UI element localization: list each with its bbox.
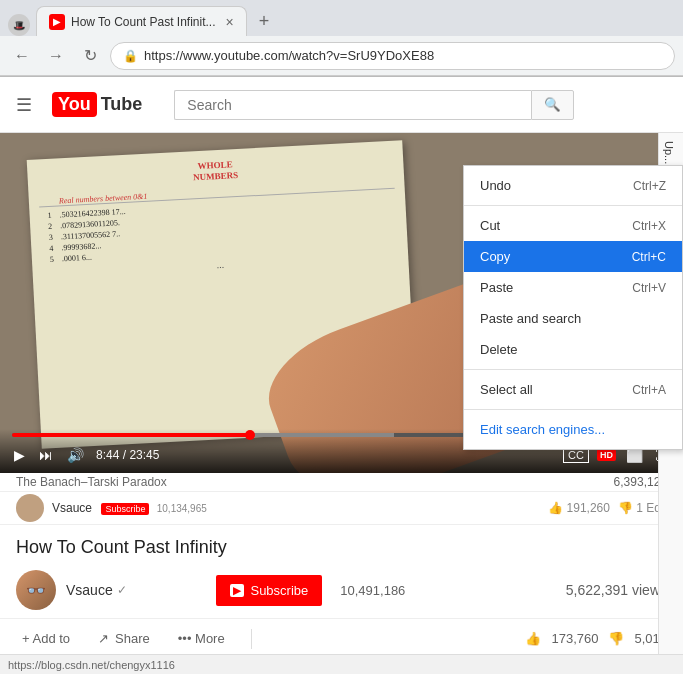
menu-item-copy-shortcut: Ctrl+C: [632, 250, 666, 264]
menu-item-cut-label: Cut: [480, 218, 500, 233]
paper-title-2: NUMBERS: [193, 170, 238, 182]
hamburger-menu-icon[interactable]: ☰: [16, 94, 32, 116]
menu-item-delete-label: Delete: [480, 342, 518, 357]
row1-left: 1: [40, 210, 60, 220]
menu-item-paste-label: Paste: [480, 280, 513, 295]
subscriber-count: 10,491,186: [340, 583, 405, 598]
menu-item-copy-label: Copy: [480, 249, 510, 264]
menu-item-paste-shortcut: Ctrl+V: [632, 281, 666, 295]
verified-icon: ✓: [117, 583, 127, 597]
row2-left: 2: [40, 221, 60, 231]
in-player-sub-count: 10,134,965: [157, 503, 207, 514]
row4-left: 4: [41, 243, 61, 253]
tab-favicon: ▶: [49, 14, 65, 30]
menu-item-delete[interactable]: Delete: [464, 334, 682, 365]
in-player-like-area: 👍 191,260 👎 1 Edit: [548, 501, 667, 515]
menu-item-paste[interactable]: Paste Ctrl+V: [464, 272, 682, 303]
tab-bar: 🎩 ▶ How To Count Past Infinit... × +: [0, 0, 683, 36]
menu-item-cut[interactable]: Cut Ctrl+X: [464, 210, 682, 241]
share-button[interactable]: ↗ Share: [92, 627, 156, 650]
video-title-area: How To Count Past Infinity: [0, 525, 683, 562]
video-title: How To Count Past Infinity: [16, 537, 667, 558]
in-player-title: The Banach–Tarski Paradox: [16, 475, 167, 489]
next-button[interactable]: ⏭: [37, 445, 55, 465]
subscribe-label: Subscribe: [250, 583, 308, 598]
hd-badge: HD: [597, 449, 616, 461]
add-to-button[interactable]: + Add to: [16, 627, 76, 650]
row3-left: 3: [41, 232, 61, 242]
channel-info: Vsauce ✓: [66, 582, 206, 598]
sub-yt-icon: ▶: [230, 584, 244, 597]
menu-item-undo[interactable]: Undo Ctrl+Z: [464, 170, 682, 201]
address-bar[interactable]: 🔒 https://www.youtube.com/watch?v=SrU9YD…: [110, 42, 675, 70]
menu-edit-search-engines-link[interactable]: Edit search engines...: [464, 414, 682, 445]
search-input[interactable]: [174, 90, 531, 120]
back-button[interactable]: ←: [8, 42, 36, 70]
nav-bar: ← → ↻ 🔒 https://www.youtube.com/watch?v=…: [0, 36, 683, 76]
action-row: + Add to ↗ Share ••• More 👍 173,760 👎 5,…: [0, 618, 683, 658]
channel-avatar: 👓: [16, 570, 56, 610]
like-count-small: 👍 191,260: [548, 501, 610, 515]
tab-close-button[interactable]: ×: [226, 14, 234, 30]
in-player-channel: Vsauce Subscribe 10,134,965: [52, 501, 540, 515]
in-player-channel-row: Vsauce Subscribe 10,134,965 👍 191,260 👎 …: [0, 492, 683, 525]
forward-button[interactable]: →: [42, 42, 70, 70]
dislike-button[interactable]: 👎: [602, 627, 630, 650]
video-meta-bar: The Banach–Tarski Paradox 6,393,126: [0, 473, 683, 492]
subscribe-button[interactable]: ▶ Subscribe: [216, 575, 322, 606]
row5-right: .0001 6...: [62, 252, 92, 263]
in-player-avatar: [16, 494, 44, 522]
menu-item-paste-search-label: Paste and search: [480, 311, 581, 326]
channel-name-row: Vsauce ✓: [66, 582, 206, 598]
context-menu: Undo Ctrl+Z Cut Ctrl+X Copy Ctrl+C Paste…: [463, 165, 683, 450]
total-time: 23:45: [129, 448, 159, 462]
play-pause-button[interactable]: ▶: [12, 445, 27, 465]
in-player-subscribe-badge: Subscribe: [101, 503, 149, 515]
row3-right: .311137005562 7..: [61, 229, 121, 241]
status-text: https://blog.csdn.net/chengyx1116: [8, 659, 175, 671]
like-count: 173,760: [551, 631, 598, 646]
menu-item-paste-search[interactable]: Paste and search: [464, 303, 682, 334]
like-area: 👍 173,760 👎 5,011: [519, 627, 667, 650]
youtube-logo[interactable]: YouTube: [52, 92, 142, 117]
menu-divider-2: [464, 369, 682, 370]
youtube-header: ☰ YouTube 🔍: [0, 77, 683, 133]
share-icon: ↗: [98, 631, 109, 646]
menu-item-copy[interactable]: Copy Ctrl+C: [464, 241, 682, 272]
logo-you: You: [52, 92, 97, 117]
search-bar: 🔍: [174, 90, 574, 120]
in-player-channel-name: Vsauce: [52, 501, 92, 515]
current-time: 8:44: [96, 448, 119, 462]
menu-item-undo-shortcut: Ctrl+Z: [633, 179, 666, 193]
tab-title: How To Count Past Infinit...: [71, 15, 216, 29]
menu-item-select-all-label: Select all: [480, 382, 533, 397]
views-count: 5,622,391 views: [566, 582, 667, 598]
row2-right: .07829136011205.: [60, 218, 120, 230]
share-label: Share: [115, 631, 150, 646]
search-button[interactable]: 🔍: [531, 90, 574, 120]
time-display: 8:44 / 23:45: [96, 448, 159, 462]
volume-button[interactable]: 🔊: [65, 445, 86, 465]
url-text: https://www.youtube.com/watch?v=SrU9YDoX…: [144, 48, 662, 63]
menu-item-select-all-shortcut: Ctrl+A: [632, 383, 666, 397]
menu-item-undo-label: Undo: [480, 178, 511, 193]
more-button[interactable]: ••• More: [172, 627, 231, 650]
browser-chrome: 🎩 ▶ How To Count Past Infinit... × + ← →…: [0, 0, 683, 77]
action-divider: [251, 629, 252, 649]
ssl-lock-icon: 🔒: [123, 49, 138, 63]
row4-right: .99993682...: [61, 241, 101, 252]
status-bar: https://blog.csdn.net/chengyx1116: [0, 654, 683, 674]
menu-item-cut-shortcut: Ctrl+X: [632, 219, 666, 233]
row5-left: 5: [42, 254, 62, 264]
more-label: ••• More: [178, 631, 225, 646]
menu-item-select-all[interactable]: Select all Ctrl+A: [464, 374, 682, 405]
channel-name-text: Vsauce: [66, 582, 113, 598]
new-tab-button[interactable]: +: [251, 7, 278, 36]
logo-tube: Tube: [101, 94, 143, 115]
youtube-page: ☰ YouTube 🔍 WHOLE NUMBERS Real numbers: [0, 77, 683, 674]
like-button[interactable]: 👍: [519, 627, 547, 650]
refresh-button[interactable]: ↻: [76, 42, 104, 70]
menu-divider-1: [464, 205, 682, 206]
active-tab[interactable]: ▶ How To Count Past Infinit... ×: [36, 6, 247, 36]
menu-divider-3: [464, 409, 682, 410]
